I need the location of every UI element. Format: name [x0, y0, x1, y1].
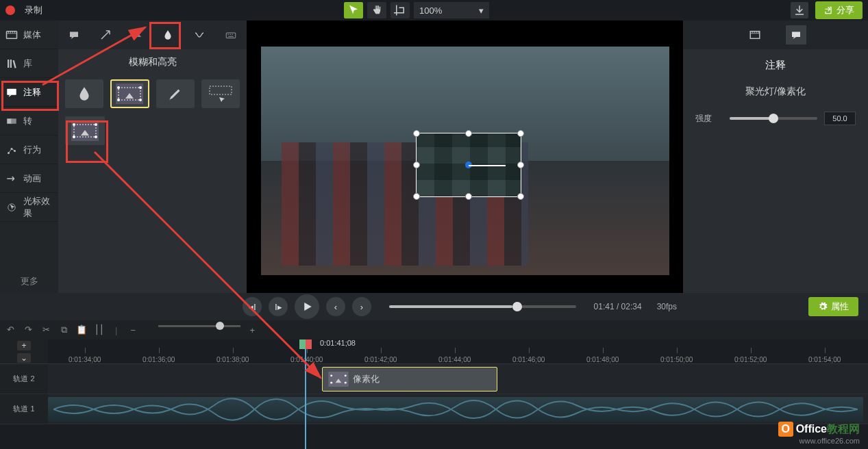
- zoom-out-button[interactable]: −: [127, 325, 139, 335]
- svg-point-14: [139, 86, 142, 89]
- ruler-tick: 0:01:34;00: [69, 356, 101, 363]
- ruler-tick: 0:01:46;00: [512, 356, 545, 363]
- download-button[interactable]: [791, 2, 808, 18]
- svg-point-20: [73, 123, 75, 126]
- resize-handle[interactable]: [517, 193, 524, 200]
- timeline-zoom-slider[interactable]: [158, 325, 240, 327]
- resize-handle[interactable]: [465, 130, 472, 137]
- collapse-button[interactable]: ⌄: [17, 353, 31, 363]
- timeline-ruler[interactable]: + ⌄ 0:01:34;000:01:36;000:01:38;000:01:4…: [0, 339, 868, 364]
- main-area: 媒体 库 注释 转 行为: [0, 21, 868, 293]
- share-button[interactable]: 分享: [815, 1, 863, 19]
- intensity-value[interactable]: 50.0: [824, 112, 856, 125]
- dropdown-icon: ▾: [479, 5, 484, 16]
- tab-blur[interactable]: [153, 24, 183, 46]
- effect-pixelate-preview[interactable]: [65, 116, 105, 145]
- hand-tool[interactable]: [367, 2, 386, 18]
- effect-pixelate[interactable]: [110, 79, 149, 108]
- svg-rect-17: [210, 86, 232, 94]
- zoom-in-button[interactable]: +: [246, 325, 258, 335]
- split-button[interactable]: ⎮⎮: [93, 324, 106, 335]
- pixelate-region[interactable]: [416, 133, 521, 197]
- sidebar-item-transitions[interactable]: 转: [0, 107, 58, 136]
- gear-icon: [818, 302, 828, 311]
- resize-handle[interactable]: [517, 130, 524, 137]
- track-2[interactable]: 轨道 2 像素化: [0, 364, 868, 394]
- share-icon: [823, 5, 833, 15]
- pointer-tool[interactable]: [344, 2, 363, 18]
- annotation-icon: [5, 87, 18, 98]
- sidebar-item-annotations[interactable]: 注释: [0, 78, 58, 107]
- sidebar-label: 光标效果: [23, 195, 58, 220]
- properties-button[interactable]: 属性: [808, 297, 858, 316]
- watermark-badge: O: [778, 422, 793, 437]
- resize-handle[interactable]: [413, 162, 420, 168]
- add-track-button[interactable]: +: [17, 341, 31, 350]
- sidebar-item-behaviors[interactable]: 行为: [0, 136, 58, 164]
- svg-rect-1: [7, 88, 16, 94]
- crop-tool[interactable]: [390, 2, 410, 18]
- tab-callouts[interactable]: [59, 24, 89, 46]
- tab-shapes[interactable]: [122, 24, 152, 46]
- sidebar-label: 注释: [23, 86, 41, 99]
- sidebar-item-library[interactable]: 库: [0, 49, 58, 78]
- crop-icon: [394, 4, 406, 16]
- sidebar-item-media[interactable]: 媒体: [0, 21, 58, 49]
- track-1[interactable]: 轨道 1: [0, 394, 868, 424]
- playhead[interactable]: 0:01:41;08: [305, 339, 306, 449]
- tab-arrows[interactable]: [90, 24, 121, 46]
- time-display: 01:41 / 02:34: [594, 302, 642, 311]
- resize-handle[interactable]: [465, 193, 472, 200]
- play-button[interactable]: [295, 294, 319, 319]
- cursor-icon: [5, 202, 18, 213]
- sidebar-more[interactable]: 更多: [0, 270, 58, 293]
- rotation-handle[interactable]: [469, 165, 506, 166]
- svg-point-15: [117, 99, 120, 101]
- sidebar-item-animations[interactable]: 动画: [0, 164, 58, 193]
- cut-button[interactable]: ✂: [40, 324, 52, 335]
- intensity-slider[interactable]: [730, 117, 817, 120]
- effect-blur[interactable]: [65, 79, 103, 108]
- ruler-tick: 0:01:54;00: [808, 356, 841, 363]
- canvas[interactable]: [247, 21, 683, 293]
- seek-bar[interactable]: [389, 305, 576, 308]
- resize-handle[interactable]: [413, 130, 420, 137]
- next-frame-button[interactable]: Ⅰ▸: [269, 297, 288, 316]
- blur-tab-icon: [162, 29, 174, 41]
- svg-point-22: [73, 136, 75, 138]
- paste-button[interactable]: 📋: [75, 324, 88, 335]
- pixelate-clip[interactable]: 像素化: [322, 367, 497, 392]
- copy-button[interactable]: ⧉: [58, 324, 70, 335]
- record-label[interactable]: 录制: [25, 4, 42, 16]
- props-tab-video[interactable]: [745, 25, 765, 44]
- video-clip[interactable]: [48, 397, 863, 422]
- effect-highlight[interactable]: [156, 79, 195, 108]
- zoom-select[interactable]: 100% ▾: [414, 2, 489, 18]
- sidebar-label: 媒体: [23, 29, 41, 41]
- props-tab-annotation[interactable]: [786, 25, 806, 44]
- next-button[interactable]: ›: [352, 297, 371, 316]
- ruler-tick: 0:01:38;00: [216, 356, 249, 363]
- prev-button[interactable]: ‹: [326, 297, 345, 316]
- svg-point-28: [345, 374, 347, 376]
- clip-icon: [328, 372, 349, 387]
- effect-interactive[interactable]: [201, 79, 240, 108]
- props-title: 注释: [683, 49, 868, 81]
- topbar: 录制 100% ▾ 分享: [0, 0, 868, 21]
- prev-frame-button[interactable]: ◂Ⅰ: [243, 297, 262, 316]
- redo-button[interactable]: ↷: [22, 324, 34, 335]
- resize-handle[interactable]: [517, 162, 524, 168]
- svg-point-23: [95, 136, 97, 138]
- ruler-tick: 0:01:50;00: [660, 356, 693, 363]
- svg-point-30: [345, 382, 347, 384]
- sidebar-item-cursor[interactable]: 光标效果: [0, 193, 58, 222]
- resize-handle[interactable]: [413, 193, 420, 200]
- watermark-prefix: Office: [796, 423, 827, 435]
- undo-button[interactable]: ↶: [4, 324, 16, 335]
- panel-title: 模糊和高亮: [58, 49, 247, 75]
- ruler-tick: 0:01:40;00: [290, 356, 323, 363]
- tab-keyboard[interactable]: [216, 24, 246, 46]
- intensity-label: 强度: [695, 113, 723, 125]
- waveform-icon: [53, 397, 858, 422]
- tab-motion[interactable]: [184, 24, 214, 46]
